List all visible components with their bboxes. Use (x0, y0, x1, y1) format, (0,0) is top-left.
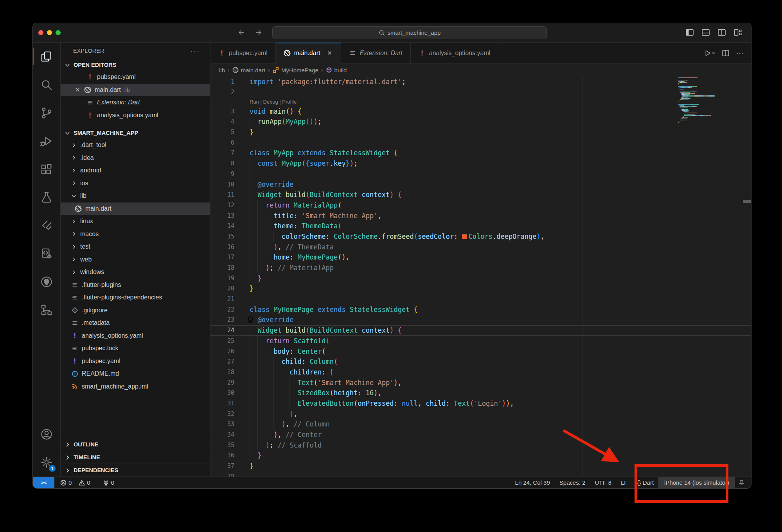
tree-item-windows[interactable]: windows (61, 266, 210, 279)
tree-item-analysis_options.yaml[interactable]: !analysis_options.yaml (61, 330, 210, 342)
activity-testing-icon[interactable] (33, 183, 60, 211)
code-line-2[interactable]: 2 (210, 87, 751, 98)
tree-item-README.md[interactable]: README.md (61, 367, 210, 380)
tree-item-smart_machine_app.iml[interactable]: smart_machine_app.iml (61, 380, 210, 393)
back-button[interactable] (236, 27, 246, 38)
line-number[interactable]: 29 (210, 379, 234, 386)
minimize-button[interactable] (47, 30, 52, 35)
line-number[interactable]: 5 (210, 129, 234, 136)
line-number[interactable]: 18 (210, 264, 234, 271)
open-editors-header[interactable]: OPEN EDITORS (61, 59, 210, 71)
line-number[interactable]: 21 (210, 296, 234, 303)
status-utf-8[interactable]: UTF-8 (590, 477, 617, 488)
tree-item-ios[interactable]: ios (61, 177, 210, 190)
line-number[interactable]: 32 (210, 410, 234, 417)
split-editor-icon[interactable] (721, 49, 730, 57)
code-line-14[interactable]: 14theme: ThemeData( (210, 221, 751, 231)
code-line-28[interactable]: 28children: [ (210, 367, 751, 378)
code-line-3[interactable]: 3void main() { (210, 106, 751, 116)
code-line-7[interactable]: 7class MyApp extends StatelessWidget { (210, 148, 751, 158)
line-number[interactable]: 22 (210, 306, 234, 313)
line-number[interactable]: 14 (210, 222, 234, 229)
code-line-1[interactable]: 1import 'package:flutter/material.dart'; (210, 77, 751, 87)
tree-item-macos[interactable]: macos (61, 228, 210, 241)
line-number[interactable]: 33 (210, 421, 234, 428)
activity-settings-icon[interactable]: 1 (33, 448, 60, 476)
breadcrumb-MyHomePage[interactable]: MyHomePage (273, 67, 318, 73)
line-number[interactable]: 2 (210, 89, 234, 96)
more-actions-icon[interactable] (735, 49, 744, 57)
run-or-debug-icon[interactable] (703, 49, 716, 57)
activity-github-icon[interactable] (33, 268, 60, 296)
tree-item-android[interactable]: android (61, 164, 210, 177)
status-warning[interactable]: 0 (75, 477, 93, 488)
close-icon[interactable] (327, 50, 333, 56)
line-number[interactable]: 19 (210, 275, 234, 282)
open-editor-analysis_options.yaml[interactable]: !analysis_options.yaml (61, 109, 210, 122)
tree-item-linux[interactable]: linux (61, 215, 210, 228)
tree-item-.dart_tool[interactable]: .dart_tool (61, 139, 210, 152)
line-number[interactable]: 11 (210, 191, 234, 198)
line-number[interactable]: 3 (210, 108, 234, 115)
code-line-16[interactable]: 16), // ThemeData (210, 242, 751, 252)
tree-item-.metadata[interactable]: .metadata (61, 317, 210, 330)
code-line-19[interactable]: 19} (210, 273, 751, 283)
tab-main.dart[interactable]: main.dart (276, 43, 342, 64)
toggle-primary-sidebar-icon[interactable] (685, 28, 694, 37)
line-number[interactable]: 27 (210, 358, 234, 365)
code-line-5[interactable]: 5} (210, 127, 751, 138)
line-number[interactable]: 34 (210, 431, 234, 438)
tree-item-pubspec.lock[interactable]: pubspec.lock (61, 342, 210, 355)
line-number[interactable]: 30 (210, 389, 234, 396)
code-line-33[interactable]: 33), // Column (210, 419, 751, 430)
lightbulb-icon[interactable] (247, 316, 254, 323)
code-line-25[interactable]: 25return Scaffold( (210, 336, 751, 346)
explorer-more-icon[interactable]: ··· (191, 47, 200, 55)
close-icon[interactable] (75, 87, 81, 93)
line-number[interactable]: 12 (210, 202, 234, 209)
status-lf[interactable]: LF (616, 477, 633, 488)
code-line-34[interactable]: 34), // Center (210, 430, 751, 440)
open-editor-Extension: Dart[interactable]: Extension: Dart (61, 96, 210, 109)
breadcrumb-main.dart[interactable]: main.dart (232, 67, 266, 73)
line-number[interactable]: 20 (210, 285, 234, 292)
line-number[interactable]: 25 (210, 337, 234, 344)
section-outline[interactable]: OUTLINE (61, 438, 210, 451)
customize-layout-icon[interactable] (733, 28, 742, 37)
line-number[interactable]: 4 (210, 118, 234, 125)
status-dart[interactable]: {} Dart (633, 477, 659, 488)
code-line-32[interactable]: 32], (210, 408, 751, 419)
code-editor[interactable]: 1import 'package:flutter/material.dart';… (210, 76, 751, 476)
line-number[interactable]: 17 (210, 254, 234, 261)
line-number[interactable]: 8 (210, 160, 234, 167)
line-number[interactable]: 31 (210, 400, 234, 407)
code-line-37[interactable]: 37} (210, 461, 751, 471)
code-line-4[interactable]: 4runApp(MyApp()); (210, 116, 751, 127)
line-number[interactable]: 28 (210, 369, 234, 376)
code-line-36[interactable]: 36} (210, 450, 751, 461)
status-ports[interactable]: 0 (99, 477, 118, 488)
code-line-26[interactable]: 26body: Center( (210, 346, 751, 356)
code-line-21[interactable]: 21 (210, 294, 751, 305)
activity-dart-devtools-icon[interactable] (33, 240, 60, 268)
code-line-11[interactable]: 11Widget build(BuildContext context) { (210, 190, 751, 200)
open-editor-pubspec.yaml[interactable]: !pubspec.yaml (61, 71, 210, 84)
activity-flutter-icon[interactable] (33, 211, 60, 240)
open-editor-main.dart[interactable]: main.dartlib (61, 84, 210, 97)
forward-button[interactable] (253, 27, 264, 38)
activity-project-manager-icon[interactable] (33, 296, 60, 324)
status-iphone-14-ios-simulator[interactable]: iPhone 14 (ios simulator) (658, 477, 735, 488)
code-line-24[interactable]: 24Widget build(BuildContext context) { (210, 325, 751, 336)
close-button[interactable] (38, 30, 43, 35)
activity-explorer-icon[interactable] (33, 43, 60, 71)
tree-item-.idea[interactable]: .idea (61, 152, 210, 165)
code-line-6[interactable]: 6 (210, 137, 751, 148)
project-root-header[interactable]: SMART_MACHINE_APP (61, 127, 210, 139)
section-dependencies[interactable]: DEPENDENCIES (61, 464, 210, 476)
code-line-9[interactable]: 9 (210, 169, 751, 179)
tree-item-test[interactable]: test (61, 240, 210, 253)
line-number[interactable]: 16 (210, 244, 234, 251)
code-line-27[interactable]: 27child: Column( (210, 356, 751, 367)
minimap[interactable] (678, 77, 737, 125)
line-number[interactable]: 26 (210, 348, 234, 355)
